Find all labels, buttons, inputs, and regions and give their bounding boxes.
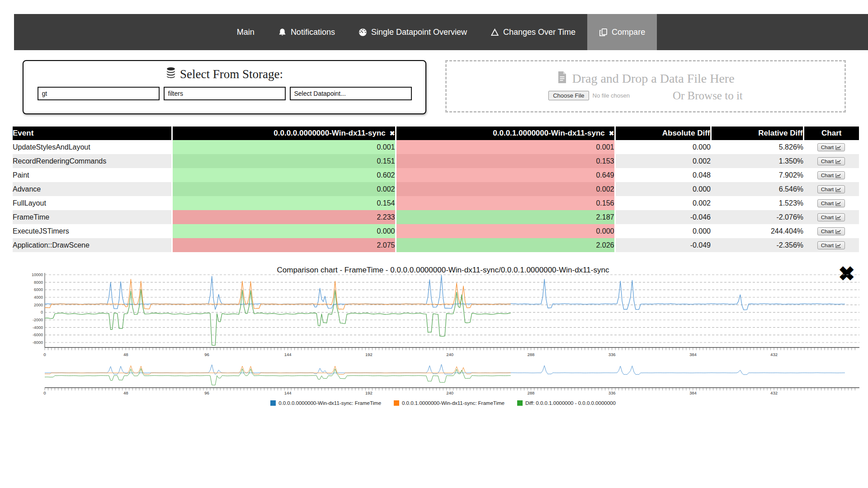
relative-diff-cell: -2.076% (711, 210, 803, 224)
svg-text:288: 288 (527, 390, 534, 395)
top-navbar: MainNotificationsSingle Datapoint Overvi… (14, 14, 868, 50)
svg-text:-6000: -6000 (33, 333, 43, 337)
chart-button-label: Chart (821, 145, 834, 150)
file-icon (557, 71, 567, 87)
absolute-diff-cell: -0.049 (615, 238, 711, 252)
file-dropzone[interactable]: Drag and Drop a Data File Here Choose Fi… (445, 60, 846, 113)
svg-text:-4000: -4000 (33, 325, 43, 330)
build2-value-cell: 0.153 (396, 154, 615, 168)
chart-button[interactable]: Chart (817, 185, 845, 193)
chart-button[interactable]: Chart (817, 241, 845, 249)
nav-item-label: Main (237, 28, 255, 37)
svg-text:144: 144 (284, 390, 292, 395)
chart-button[interactable]: Chart (817, 227, 845, 235)
database-icon (166, 67, 176, 82)
relative-diff-cell: 1.523% (711, 196, 803, 210)
nav-item-compare[interactable]: Compare (587, 14, 657, 50)
remove-build1-icon[interactable]: ✖ (390, 130, 395, 137)
line-chart-icon (835, 229, 841, 234)
relative-diff-cell: 244.404% (711, 224, 803, 238)
delta-icon (491, 28, 499, 37)
line-chart-icon (835, 159, 841, 164)
svg-text:48: 48 (123, 352, 128, 357)
svg-text:10000: 10000 (32, 272, 43, 277)
table-row: ExecuteJSTimers0.0000.0000.000244.404%Ch… (13, 224, 859, 238)
chart-button[interactable]: Chart (817, 171, 845, 179)
build2-value-cell: 0.001 (396, 140, 615, 154)
nav-item-main[interactable]: Main (225, 14, 266, 50)
relative-diff-cell: -2.356% (711, 238, 803, 252)
chart-button[interactable]: Chart (817, 157, 845, 165)
nav-item-single-datapoint-overview[interactable]: Single Datapoint Overview (347, 14, 479, 50)
choose-file-button[interactable]: Choose File (548, 91, 589, 100)
legend-label: Diff: 0.0.0.1.0000000 - 0.0.0.0.0000000 (525, 400, 616, 406)
build1-value-cell: 0.000 (172, 224, 396, 238)
absolute-diff-cell: 0.048 (615, 168, 711, 182)
comparison-chart-section: Comparison chart - FrameTime - 0.0.0.0.0… (25, 266, 861, 415)
build1-value-cell: 0.602 (172, 168, 396, 182)
chart-button-cell: Chart (803, 196, 859, 210)
col-header-event: Event (13, 127, 172, 140)
nav-item-changes-over-time[interactable]: Changes Over Time (479, 14, 587, 50)
test-name-input[interactable] (38, 87, 160, 100)
build2-value-cell: 0.649 (396, 168, 615, 182)
col-header-relative-diff: Relative Diff (711, 127, 803, 140)
table-row: FrameTime2.2332.187-0.046-2.076%Chart (13, 210, 859, 224)
relative-diff-cell: 5.826% (711, 140, 803, 154)
table-row: FullLayout0.1540.1560.0021.523%Chart (13, 196, 859, 210)
legend-swatch (270, 400, 276, 406)
svg-text:48: 48 (123, 390, 128, 395)
svg-text:96: 96 (204, 390, 209, 395)
svg-text:0: 0 (43, 352, 46, 357)
chart-button[interactable]: Chart (817, 213, 845, 221)
svg-text:2000: 2000 (34, 303, 43, 307)
event-name-cell: FrameTime (13, 210, 172, 224)
nav-item-label: Notifications (291, 28, 335, 37)
svg-text:288: 288 (527, 352, 534, 357)
svg-text:240: 240 (446, 390, 453, 395)
chart-button-label: Chart (821, 201, 834, 206)
table-row: UpdateStylesAndLayout0.0010.0010.0005.82… (13, 140, 859, 154)
browse-label: Or Browse to it (673, 89, 743, 102)
remove-build2-icon[interactable]: ✖ (609, 130, 614, 137)
event-name-cell: RecordRenderingCommands (13, 154, 172, 168)
svg-text:432: 432 (770, 352, 778, 357)
filters-input[interactable] (164, 87, 286, 100)
build2-value-cell: 0.000 (396, 224, 615, 238)
chart-button-label: Chart (821, 173, 834, 178)
svg-text:384: 384 (689, 352, 697, 357)
chart-button-cell: Chart (803, 168, 859, 182)
nav-item-notifications[interactable]: Notifications (266, 14, 347, 50)
build1-value-cell: 0.154 (172, 196, 396, 210)
event-name-cell: UpdateStylesAndLayout (13, 140, 172, 154)
table-row: RecordRenderingCommands0.1510.1530.0021.… (13, 154, 859, 168)
chart-button-cell: Chart (803, 182, 859, 196)
line-chart-icon (835, 145, 841, 150)
build1-value-cell: 2.075 (172, 238, 396, 252)
chart-button-label: Chart (821, 215, 834, 220)
chart-button[interactable]: Chart (817, 143, 845, 151)
build2-value-cell: 2.187 (396, 210, 615, 224)
table-header-row: Event 0.0.0.0.0000000-Win-dx11-sync✖ 0.0… (13, 127, 859, 140)
legend-label: 0.0.0.1.0000000-Win-dx11-sync: FrameTime (402, 400, 505, 406)
svg-text:8000: 8000 (34, 280, 43, 285)
build1-value-cell: 2.233 (172, 210, 396, 224)
chart-button[interactable]: Chart (817, 199, 845, 207)
table-row: Application::DrawScene2.0752.026-0.049-2… (13, 238, 859, 252)
svg-text:192: 192 (365, 390, 373, 395)
select-datapoint-input[interactable] (290, 87, 412, 100)
chart-button-cell: Chart (803, 154, 859, 168)
table-row: Advance0.0020.0020.0006.546%Chart (13, 182, 859, 196)
event-name-cell: Advance (13, 182, 172, 196)
svg-text:432: 432 (770, 390, 778, 395)
chart-button-label: Chart (821, 159, 834, 164)
relative-diff-cell: 7.902% (711, 168, 803, 182)
line-chart-icon (835, 201, 841, 206)
legend-label: 0.0.0.0.0000000-Win-dx11-sync: FrameTime (278, 400, 381, 406)
nav-item-label: Single Datapoint Overview (371, 28, 467, 37)
table-row: Paint0.6020.6490.0487.902%Chart (13, 168, 859, 182)
svg-text:0: 0 (41, 310, 43, 314)
overview-chart-plot[interactable]: 04896144192240288336384432 (25, 364, 861, 398)
line-chart-icon (835, 215, 841, 220)
nav-item-label: Changes Over Time (503, 28, 576, 37)
